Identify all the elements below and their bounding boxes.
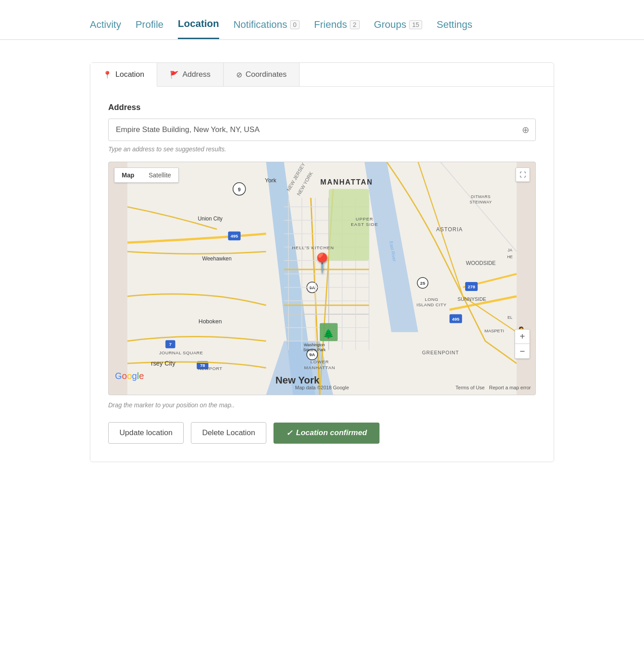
svg-text:LOWER: LOWER bbox=[310, 359, 329, 364]
svg-text:Hoboken: Hoboken bbox=[198, 318, 222, 325]
nav-groups-label: Groups bbox=[374, 19, 406, 31]
map-svg: 9 9A 9A 25 495 495 bbox=[109, 162, 535, 395]
tab-address[interactable]: 🚩 Address bbox=[157, 63, 223, 86]
action-buttons: Update location Delete Location ✓ Locati… bbox=[108, 422, 536, 444]
svg-text:NEWPORT: NEWPORT bbox=[198, 366, 222, 371]
fullscreen-icon: ⛶ bbox=[520, 171, 526, 178]
nav-item-settings[interactable]: Settings bbox=[437, 19, 472, 39]
tab-location[interactable]: 📍 Location bbox=[90, 63, 157, 87]
svg-text:HE: HE bbox=[507, 255, 512, 259]
tab-coordinates[interactable]: ⊘ Coordinates bbox=[224, 63, 300, 86]
delete-location-button[interactable]: Delete Location bbox=[191, 422, 266, 444]
map-pin[interactable]: 📍 bbox=[310, 252, 334, 274]
location-confirmed-button[interactable]: ✓ Location confirmed bbox=[273, 423, 379, 444]
g-letter-4: g bbox=[132, 371, 137, 381]
svg-text:7: 7 bbox=[169, 342, 172, 347]
nav-item-friends[interactable]: Friends 2 bbox=[314, 19, 359, 39]
nav-item-location[interactable]: Location bbox=[178, 18, 219, 39]
nav-item-notifications[interactable]: Notifications 0 bbox=[234, 19, 300, 39]
svg-text:DITMARS: DITMARS bbox=[471, 194, 491, 199]
svg-text:278: 278 bbox=[468, 284, 475, 289]
nav-friends-label: Friends bbox=[314, 19, 347, 31]
svg-text:JA: JA bbox=[507, 248, 512, 252]
map-container[interactable]: 9 9A 9A 25 495 495 bbox=[108, 162, 536, 395]
friends-badge: 2 bbox=[350, 20, 360, 29]
address-hint: Type an address to see suggested results… bbox=[108, 145, 536, 153]
g-letter-6: e bbox=[139, 371, 144, 381]
svg-text:MANHATTAN: MANHATTAN bbox=[304, 365, 335, 370]
svg-text:EL: EL bbox=[507, 315, 512, 320]
address-input-wrap: ⊕ bbox=[108, 119, 536, 141]
svg-text:ISLAND CITY: ISLAND CITY bbox=[417, 302, 447, 307]
notifications-badge: 0 bbox=[290, 20, 300, 29]
svg-text:GREENPOINT: GREENPOINT bbox=[422, 350, 459, 355]
svg-text:UPPER: UPPER bbox=[356, 216, 373, 221]
location-card: 📍 Location 🚩 Address ⊘ Coordinates Addre… bbox=[90, 62, 554, 462]
main-content: 📍 Location 🚩 Address ⊘ Coordinates Addre… bbox=[0, 40, 644, 485]
zoom-out-button[interactable]: − bbox=[515, 344, 529, 358]
svg-text:495: 495 bbox=[230, 234, 238, 238]
map-type-controls: Map Satellite bbox=[114, 168, 179, 183]
svg-text:ASTORIA: ASTORIA bbox=[436, 226, 463, 233]
svg-text:Washington: Washington bbox=[304, 343, 325, 347]
zoom-in-button[interactable]: + bbox=[515, 330, 529, 344]
map-zoom-controls: + − bbox=[515, 329, 530, 359]
svg-text:LONG: LONG bbox=[425, 297, 438, 302]
coordinates-tab-icon: ⊘ bbox=[236, 71, 242, 79]
svg-text:York: York bbox=[265, 177, 277, 184]
drag-hint: Drag the marker to your position on the … bbox=[108, 401, 536, 409]
svg-text:STEINWAY: STEINWAY bbox=[470, 200, 492, 204]
address-tab-label: Address bbox=[182, 70, 210, 79]
locate-icon[interactable]: ⊕ bbox=[522, 124, 529, 135]
location-tab-icon: 📍 bbox=[103, 71, 112, 79]
groups-badge: 15 bbox=[409, 20, 423, 29]
address-section-label: Address bbox=[108, 103, 536, 112]
g-letter-2: o bbox=[122, 371, 127, 381]
svg-text:SUNNYSIDE: SUNNYSIDE bbox=[458, 296, 486, 302]
google-logo: Google bbox=[115, 371, 144, 381]
svg-text:New York: New York bbox=[275, 375, 320, 386]
svg-text:9: 9 bbox=[238, 187, 241, 192]
satellite-view-button[interactable]: Satellite bbox=[141, 168, 178, 182]
svg-text:JOURNAL SQUARE: JOURNAL SQUARE bbox=[159, 350, 203, 355]
map-data-text: Map data ©2018 Google bbox=[295, 385, 349, 390]
nav-item-profile[interactable]: Profile bbox=[136, 19, 163, 39]
svg-text:MASPETI: MASPETI bbox=[485, 328, 504, 333]
coordinates-tab-label: Coordinates bbox=[246, 70, 287, 79]
g-letter-1: G bbox=[115, 371, 122, 381]
address-input[interactable] bbox=[108, 119, 536, 141]
svg-text:495: 495 bbox=[452, 317, 460, 322]
svg-text:9A: 9A bbox=[309, 352, 315, 357]
update-location-button[interactable]: Update location bbox=[108, 422, 184, 444]
svg-text:rsey City: rsey City bbox=[151, 360, 175, 367]
svg-text:25: 25 bbox=[420, 281, 426, 286]
map-view-button[interactable]: Map bbox=[115, 168, 141, 182]
card-tabs: 📍 Location 🚩 Address ⊘ Coordinates bbox=[90, 63, 554, 87]
nav-item-activity[interactable]: Activity bbox=[90, 19, 121, 39]
svg-text:HELL'S KITCHEN: HELL'S KITCHEN bbox=[292, 245, 334, 250]
location-tab-label: Location bbox=[115, 70, 144, 79]
svg-text:Union City: Union City bbox=[198, 216, 222, 222]
g-letter-3: o bbox=[127, 371, 132, 381]
fullscreen-button[interactable]: ⛶ bbox=[516, 168, 530, 182]
svg-text:WOODSIDE: WOODSIDE bbox=[466, 260, 495, 266]
nav-notifications-label: Notifications bbox=[234, 19, 287, 31]
confirmed-label: Location confirmed bbox=[296, 428, 367, 437]
nav-item-groups[interactable]: Groups 15 bbox=[374, 19, 423, 39]
svg-text:Square Park: Square Park bbox=[303, 348, 326, 352]
svg-text:Weehawken: Weehawken bbox=[202, 256, 231, 262]
check-icon: ✓ bbox=[286, 428, 292, 438]
svg-text:MANHATTAN: MANHATTAN bbox=[320, 178, 373, 186]
map-footer: Terms of Use Report a map error bbox=[455, 385, 531, 390]
svg-text:🌲: 🌲 bbox=[323, 328, 334, 339]
terms-link[interactable]: Terms of Use bbox=[455, 385, 485, 390]
address-tab-icon: 🚩 bbox=[170, 71, 179, 79]
card-body: Address ⊕ Type an address to see suggest… bbox=[90, 87, 554, 462]
svg-text:EAST SIDE: EAST SIDE bbox=[351, 222, 378, 227]
nav-bar: Activity Profile Location Notifications … bbox=[0, 0, 644, 40]
report-link[interactable]: Report a map error bbox=[489, 385, 531, 390]
